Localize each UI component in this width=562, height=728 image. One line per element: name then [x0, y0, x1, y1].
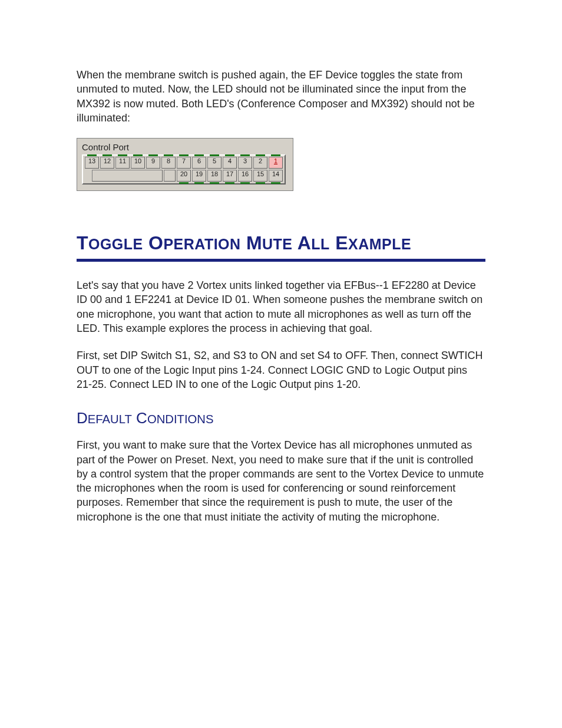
pin-11: 11	[115, 157, 130, 169]
intro-paragraph: When the membrane switch is pushed again…	[77, 68, 485, 125]
section-paragraph-1: Let's say that you have 2 Vortex units l…	[77, 278, 485, 335]
pin-label: 1	[274, 157, 277, 164]
pin-label: 10	[134, 157, 141, 164]
pin-label: 20	[180, 170, 187, 177]
pin-tick-icon	[271, 182, 280, 184]
pin-tick-icon	[210, 182, 219, 184]
pin-3: 3	[238, 157, 252, 169]
pin-tick-icon	[194, 182, 204, 184]
pin-label: 16	[242, 170, 249, 177]
pin-8: 8	[161, 157, 176, 169]
pin-tick-icon	[256, 182, 265, 184]
pin-row-bottom: 20191817161514	[85, 170, 283, 182]
pin-12: 12	[100, 157, 114, 169]
section-paragraph-2: First, set DIP Switch S1, S2, and S3 to …	[77, 348, 485, 391]
pin-tick-icon	[256, 154, 265, 156]
section-heading-toggle-operation-mute-all-example: Toggle Operation Mute All Example	[77, 232, 485, 254]
pin-2: 2	[253, 157, 267, 169]
pin-tick-icon	[225, 154, 234, 156]
pin-18: 18	[207, 170, 222, 182]
pin-20: 20	[177, 170, 191, 182]
pin-label: 4	[228, 157, 232, 164]
pin-10: 10	[131, 157, 145, 169]
pin-16: 16	[238, 170, 252, 182]
pin-tick-icon	[179, 154, 189, 156]
pin-6: 6	[192, 157, 206, 169]
pin-7: 7	[177, 157, 191, 169]
pin-label: 19	[196, 170, 203, 177]
pin-tick-icon	[194, 154, 204, 156]
pin-1: 1	[269, 157, 283, 169]
pin-tick-icon	[240, 182, 250, 184]
pin-13: 13	[85, 157, 99, 169]
pin-14: 14	[269, 170, 283, 182]
pin-tick-icon	[271, 154, 280, 156]
pin-label: 12	[104, 157, 111, 164]
default-conditions-paragraph: First, you want to make sure that the Vo…	[77, 438, 485, 524]
pin-4: 4	[223, 157, 237, 169]
pin-label: 3	[243, 157, 247, 164]
pin-tick-icon	[148, 154, 158, 156]
pin-label: 5	[213, 157, 216, 164]
pin-label: 14	[272, 170, 279, 177]
pin-label: 15	[257, 170, 264, 177]
pin-tick-icon	[164, 154, 173, 156]
sub-heading-default-conditions: Default Conditions	[77, 409, 485, 427]
control-port-panel: Control Port 13121110987654321 201918171…	[77, 138, 293, 191]
pin-17: 17	[223, 170, 237, 182]
pin-label: 9	[151, 157, 155, 164]
pin-tick-icon	[118, 154, 127, 156]
pin-tick-icon	[240, 154, 250, 156]
pin-blank	[92, 170, 163, 182]
pin-5: 5	[207, 157, 222, 169]
pin-label: 2	[259, 157, 262, 164]
control-port-connector: 13121110987654321 20191817161514	[82, 154, 286, 185]
pin-tick-icon	[179, 182, 189, 184]
pin-blank	[164, 170, 176, 182]
pin-label: 13	[88, 157, 95, 164]
pin-label: 8	[167, 157, 170, 164]
control-port-title: Control Port	[82, 142, 288, 154]
pin-tick-icon	[225, 182, 234, 184]
pin-tick-icon	[133, 154, 143, 156]
pin-rows: 13121110987654321 20191817161514	[85, 157, 283, 182]
document-page: When the membrane switch is pushed again…	[0, 0, 562, 728]
pin-label: 17	[226, 170, 233, 177]
pin-label: 18	[211, 170, 218, 177]
pin-label: 6	[197, 157, 201, 164]
pin-15: 15	[253, 170, 267, 182]
pin-label: 11	[119, 157, 126, 164]
pin-tick-icon	[210, 154, 219, 156]
heading-rule	[77, 259, 485, 262]
pin-tick-icon	[103, 154, 112, 156]
pin-19: 19	[192, 170, 206, 182]
pin-9: 9	[146, 157, 160, 169]
pin-label: 7	[182, 157, 186, 164]
pin-tick-icon	[87, 154, 97, 156]
pin-row-top: 13121110987654321	[85, 157, 283, 169]
